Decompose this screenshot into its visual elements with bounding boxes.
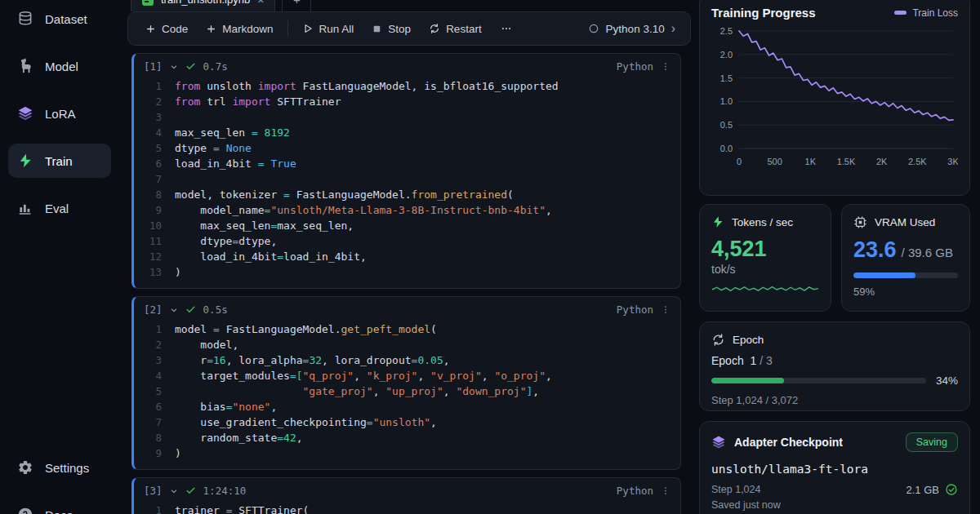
layers-icon xyxy=(16,104,34,122)
vram-progress-fill xyxy=(853,273,915,278)
vram-title: VRAM Used xyxy=(875,216,935,228)
code-line[interactable]: 6 bias="none", xyxy=(134,399,680,414)
code-line[interactable]: 12 load_in_4bit=load_in_4bit, xyxy=(134,249,680,264)
code-line[interactable]: 1model = FastLanguageModel.get_peft_mode… xyxy=(134,321,680,337)
epoch-card: Epoch Epoch 1 / 3 34% Step 1,024 / 3,072 xyxy=(699,321,970,411)
sidebar-label: Eval xyxy=(45,202,69,215)
kernel-name: Python 3.10 xyxy=(606,23,665,35)
code-line[interactable]: 8 random_state=42, xyxy=(134,430,680,445)
bolt-icon xyxy=(16,152,34,170)
sidebar-item-docs[interactable]: Docs xyxy=(8,498,111,514)
code-line[interactable]: 9 model_name="unsloth/Meta-Llama-3-8B-In… xyxy=(134,202,680,218)
chevron-down-icon[interactable] xyxy=(170,487,178,495)
new-tab-button[interactable]: + xyxy=(282,0,311,11)
kebab-menu-icon[interactable] xyxy=(661,304,670,315)
svg-text:3K: 3K xyxy=(947,157,958,166)
vram-percent: 59% xyxy=(853,286,958,298)
code-line[interactable]: 10 max_seq_len=max_seq_len, xyxy=(134,218,680,233)
code-line[interactable]: 13) xyxy=(134,264,680,280)
close-tab-icon[interactable]: × xyxy=(257,0,264,6)
code-line[interactable]: 3 xyxy=(134,109,680,125)
code-line[interactable]: 7 use_gradient_checkpointing="unsloth", xyxy=(134,414,680,430)
epoch-counter: Epoch 1 / 3 xyxy=(711,354,958,367)
tokens-unit: tok/s xyxy=(711,263,819,276)
notebook-file-icon xyxy=(142,0,154,6)
svg-text:1.5K: 1.5K xyxy=(837,157,856,166)
legend-swatch xyxy=(894,11,906,15)
run-all-button[interactable]: Run All xyxy=(293,18,363,40)
cell-code[interactable]: 1trainer = SFTTrainer(2 xyxy=(134,500,680,514)
svg-text:2.5K: 2.5K xyxy=(908,157,927,166)
tokens-title: Tokens / sec xyxy=(732,216,793,228)
code-cell: [1] 0.7s Python 1from unsloth import Fas… xyxy=(131,53,681,289)
svg-text:0.5: 0.5 xyxy=(720,120,733,130)
cell-time: 0.7s xyxy=(203,60,228,73)
sidebar-label: LoRA xyxy=(45,107,76,121)
cell-header: [1] 0.7s Python xyxy=(134,54,680,76)
bar-chart-icon xyxy=(16,199,34,217)
epoch-progress xyxy=(711,378,926,383)
checkpoint-step: Step 1,024 xyxy=(711,484,760,495)
code-line[interactable]: 6load_in_4bit = True xyxy=(134,156,680,171)
chart-legend: Train Loss xyxy=(894,7,958,19)
code-line[interactable]: 5dtype = None xyxy=(134,140,680,156)
code-line[interactable]: 5 "gate_proj", "up_proj", "down_proj"], xyxy=(134,383,680,399)
sidebar-item-dataset[interactable]: Dataset xyxy=(8,2,111,36)
kebab-menu-icon[interactable] xyxy=(661,485,670,496)
sidebar-item-train[interactable]: Train xyxy=(8,144,111,178)
code-line[interactable]: 7 xyxy=(134,171,680,187)
kebab-menu-icon[interactable] xyxy=(661,61,670,72)
code-line[interactable]: 4max_seq_len = 8192 xyxy=(134,125,680,140)
code-line[interactable]: 2from trl import SFTTrainer xyxy=(134,94,680,109)
sidebar-item-lora[interactable]: LoRA xyxy=(8,96,111,131)
cell-header: [3] 1:24:10 Python xyxy=(134,478,680,500)
saving-badge: Saving xyxy=(906,432,958,452)
add-code-button[interactable]: Code xyxy=(136,18,197,40)
add-markdown-button[interactable]: Markdown xyxy=(197,18,282,40)
sidebar-label: Model xyxy=(45,60,78,73)
vram-total: / 39.6 GB xyxy=(902,246,953,259)
success-check-icon xyxy=(185,485,196,496)
cells: [1] 0.7s Python 1from unsloth import Fas… xyxy=(131,53,681,514)
code-line[interactable]: 2 model, xyxy=(134,337,680,352)
sidebar-item-model[interactable]: Model xyxy=(8,49,111,83)
code-line[interactable]: 3 r=16, lora_alpha=32, lora_dropout=0.05… xyxy=(134,352,680,368)
cell-code[interactable]: 1from unsloth import FastLanguageModel, … xyxy=(134,76,680,288)
sidebar-footer: Settings Docs xyxy=(8,450,111,514)
sidebar-label: Docs xyxy=(45,508,73,514)
epoch-total: / 3 xyxy=(760,354,773,367)
database-icon xyxy=(16,10,34,28)
code-line[interactable]: 1trainer = SFTTrainer( xyxy=(134,503,680,514)
stop-icon xyxy=(372,24,382,34)
notebook-tab[interactable]: train_unsloth.ipynb × xyxy=(131,0,275,11)
code-line[interactable]: 9) xyxy=(134,445,680,461)
code-line[interactable]: 4 target_modules=["q_proj", "k_proj", "v… xyxy=(134,368,680,383)
cell-index: [1] xyxy=(144,60,163,73)
bolt-icon xyxy=(711,215,724,228)
gear-icon xyxy=(16,459,34,476)
stop-button[interactable]: Stop xyxy=(363,18,420,40)
cell-index: [2] xyxy=(144,304,163,316)
restart-button[interactable]: Restart xyxy=(420,18,491,40)
cell-code[interactable]: 1model = FastLanguageModel.get_peft_mode… xyxy=(134,319,680,469)
cell-header: [2] 0.5s Python xyxy=(134,297,680,319)
code-line[interactable]: 1from unsloth import FastLanguageModel, … xyxy=(134,78,680,94)
tab-title: train_unsloth.ipynb xyxy=(161,0,250,6)
play-icon xyxy=(302,23,314,34)
metrics-panel: Training Progress Train Loss 0.00.51.01.… xyxy=(699,0,970,514)
cell-lang: Python xyxy=(617,304,653,316)
kernel-selector[interactable]: Python 3.10 › xyxy=(581,17,682,40)
more-button[interactable] xyxy=(491,18,522,39)
chip-icon xyxy=(853,215,867,229)
notebook-toolbar: Code Markdown Run All Stop Restart Pytho… xyxy=(127,11,691,46)
chevron-down-icon[interactable] xyxy=(170,63,178,71)
code-line[interactable]: 8model, tokenizer = FastLanguageModel.fr… xyxy=(134,187,680,202)
sidebar-item-eval[interactable]: Eval xyxy=(8,191,111,225)
ellipsis-icon xyxy=(500,23,513,34)
svg-text:2.5: 2.5 xyxy=(720,26,733,36)
sidebar-item-settings[interactable]: Settings xyxy=(8,450,111,485)
tokens-sparkline xyxy=(711,280,819,298)
chevron-down-icon[interactable] xyxy=(170,306,178,314)
code-line[interactable]: 11 dtype=dtype, xyxy=(134,233,680,249)
loss-chart: 0.00.51.01.52.02.505001K1.5K2K2.5K3K xyxy=(711,24,958,181)
